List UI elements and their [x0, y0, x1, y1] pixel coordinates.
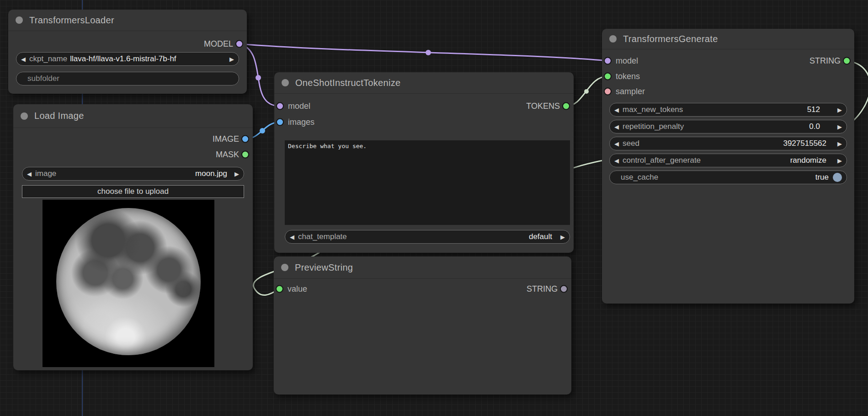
- tokens-input-port[interactable]: [605, 74, 611, 80]
- image-preview: [43, 200, 214, 367]
- decrement-arrow-icon[interactable]: ◀: [614, 141, 619, 147]
- link-midpoint-dot[interactable]: [260, 128, 265, 133]
- model-input-port[interactable]: [605, 58, 611, 64]
- increment-arrow-icon[interactable]: ▶: [560, 234, 565, 240]
- link-midpoint-dot[interactable]: [584, 89, 589, 94]
- widget-value: default: [529, 232, 552, 241]
- decrement-arrow-icon[interactable]: ◀: [614, 124, 619, 130]
- widget-value: moon.jpg: [195, 169, 227, 178]
- node-transformers-generate[interactable]: TransformersGenerate model STRING tokens…: [602, 29, 854, 304]
- node-transformers-loader[interactable]: TransformersLoader MODEL ◀ ckpt_name lla…: [8, 10, 247, 94]
- increment-arrow-icon[interactable]: ▶: [837, 124, 842, 130]
- widget-label: ckpt_name: [29, 54, 67, 64]
- ckpt-name-widget[interactable]: ◀ ckpt_name llava-hf/llava-v1.6-mistral-…: [16, 52, 239, 66]
- decrement-arrow-icon[interactable]: ◀: [27, 171, 32, 177]
- node-load-image[interactable]: Load Image IMAGE MASK ◀ image moon.jpg ▶…: [13, 104, 253, 370]
- node-title: PreviewString: [295, 262, 353, 273]
- choose-file-button[interactable]: choose file to upload: [22, 185, 244, 198]
- widget-label: use_cache: [621, 173, 658, 182]
- repetition-penalty-widget[interactable]: ◀ repetition_penalty 0.0 ▶: [609, 120, 847, 133]
- widget-label: seed: [623, 139, 639, 148]
- collapse-dot-icon[interactable]: [609, 35, 617, 43]
- node-oneshot-instruct-tokenize[interactable]: OneShotInstructTokenize model TOKENS ima…: [274, 72, 574, 253]
- widget-value: 512: [807, 105, 820, 114]
- node-header[interactable]: TransformersLoader: [8, 10, 247, 31]
- widget-label: chat_template: [298, 232, 347, 241]
- node-preview-string[interactable]: PreviewString value STRING: [274, 256, 571, 395]
- port-row-images: images: [274, 115, 574, 129]
- image-output-port[interactable]: [242, 136, 248, 142]
- port-row-value-string: value STRING: [274, 282, 571, 296]
- node-title: OneShotInstructTokenize: [295, 78, 400, 88]
- model-input-port[interactable]: [277, 103, 283, 109]
- port-row-sampler: sampler: [602, 85, 854, 98]
- port-row-model-tokens: model TOKENS: [274, 99, 574, 113]
- output-port-row-model: MODEL: [8, 37, 247, 51]
- node-header[interactable]: Load Image: [13, 104, 253, 128]
- node-title: TransformersLoader: [29, 15, 114, 26]
- port-row-model-string: model STRING: [602, 54, 854, 68]
- widget-value: randomize: [790, 156, 826, 165]
- increment-arrow-icon[interactable]: ▶: [234, 171, 239, 177]
- output-port-row-mask: MASK: [13, 148, 253, 161]
- string-output-port[interactable]: [561, 286, 567, 292]
- link-midpoint-dot[interactable]: [256, 75, 261, 80]
- link-midpoint-dot[interactable]: [426, 50, 431, 55]
- model-output-port[interactable]: [236, 41, 242, 47]
- chat-template-widget[interactable]: ◀ chat_template default ▶: [285, 230, 570, 244]
- control-after-generate-widget[interactable]: ◀ control_after_generate randomize ▶: [609, 154, 847, 167]
- value-input-port[interactable]: [277, 286, 282, 292]
- output-port-row-image: IMAGE: [13, 132, 253, 146]
- node-header[interactable]: OneShotInstructTokenize: [274, 72, 574, 94]
- widget-value: 0.0: [809, 122, 820, 131]
- decrement-arrow-icon[interactable]: ◀: [614, 158, 619, 164]
- increment-arrow-icon[interactable]: ▶: [837, 158, 842, 164]
- widget-label: image: [35, 169, 56, 178]
- widget-label: repetition_penalty: [623, 122, 684, 131]
- image-file-widget[interactable]: ◀ image moon.jpg ▶: [22, 167, 244, 181]
- sampler-input-port[interactable]: [605, 89, 611, 95]
- use-cache-toggle-widget[interactable]: use_cache true: [609, 171, 847, 184]
- widget-value: llava-hf/llava-v1.6-mistral-7b-hf: [70, 54, 176, 64]
- widget-value: 3927515562: [783, 139, 826, 148]
- node-graph-canvas[interactable]: TransformersLoader MODEL ◀ ckpt_name lla…: [0, 0, 868, 416]
- mask-output-port[interactable]: [242, 152, 248, 158]
- increment-arrow-icon[interactable]: ▶: [229, 56, 234, 62]
- widget-label: max_new_tokens: [623, 105, 683, 114]
- tokens-output-port[interactable]: [563, 103, 569, 109]
- decrement-arrow-icon[interactable]: ◀: [21, 56, 26, 62]
- subfolder-widget[interactable]: subfolder: [16, 72, 239, 85]
- widget-label: control_after_generate: [623, 156, 701, 165]
- collapse-dot-icon[interactable]: [16, 16, 23, 24]
- widget-label: subfolder: [27, 74, 59, 83]
- increment-arrow-icon[interactable]: ▶: [837, 141, 842, 147]
- decrement-arrow-icon[interactable]: ◀: [290, 234, 294, 240]
- node-title: TransformersGenerate: [623, 34, 718, 44]
- collapse-dot-icon[interactable]: [282, 79, 289, 86]
- node-header[interactable]: TransformersGenerate: [602, 29, 854, 49]
- collapse-dot-icon[interactable]: [281, 264, 288, 271]
- node-title: Load Image: [34, 111, 84, 121]
- images-input-port[interactable]: [277, 119, 283, 125]
- prompt-text-area[interactable]: Describe what you see.: [285, 140, 570, 225]
- decrement-arrow-icon[interactable]: ◀: [614, 107, 619, 113]
- increment-arrow-icon[interactable]: ▶: [837, 107, 842, 113]
- node-header[interactable]: PreviewString: [274, 256, 571, 279]
- seed-widget[interactable]: ◀ seed 3927515562 ▶: [609, 137, 847, 150]
- max-new-tokens-widget[interactable]: ◀ max_new_tokens 512 ▶: [609, 103, 847, 117]
- collapse-dot-icon[interactable]: [21, 112, 28, 120]
- widget-value: true: [815, 173, 829, 182]
- moon-image: [56, 208, 201, 355]
- toggle-on-icon[interactable]: [833, 173, 842, 182]
- string-output-port[interactable]: [844, 58, 850, 64]
- port-row-tokens: tokens: [602, 69, 854, 83]
